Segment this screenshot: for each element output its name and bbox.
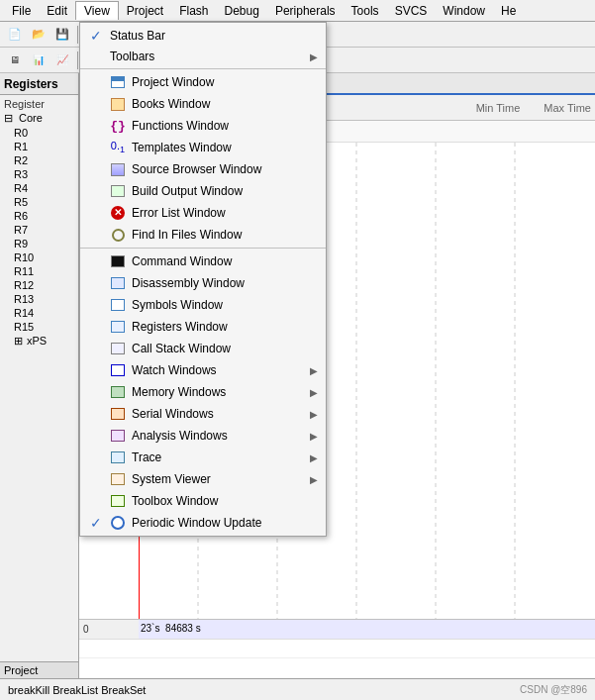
error-list-icon: ✕ (110, 205, 126, 221)
menu-entry-analysis-windows[interactable]: Analysis Windows ▶ (80, 425, 326, 447)
menu-entry-periodic-window-update[interactable]: ✓ Periodic Window Update (80, 512, 326, 534)
reg-r0: R0 (12, 126, 76, 140)
reg-r13: R13 (12, 292, 76, 306)
analysis-windows-label: Analysis Windows (132, 429, 304, 443)
project-tab[interactable]: Project (0, 661, 78, 678)
find-in-files-icon (110, 227, 126, 243)
reg-name-r12: R12 (14, 279, 34, 291)
reg-name-xps: xPS (27, 335, 47, 348)
menu-entry-call-stack-window[interactable]: Call Stack Window (80, 338, 326, 359)
max-time-label: Max Time (544, 102, 591, 114)
tb2-chart[interactable]: 📈 (51, 50, 73, 71)
watch-windows-icon (110, 362, 126, 378)
menu-project[interactable]: Project (119, 2, 171, 20)
toolbox-window-label: Toolbox Window (132, 494, 318, 508)
menu-entry-build-output[interactable]: Build Output Window (80, 180, 326, 202)
reg-name-r13: R13 (14, 293, 34, 305)
reg-r12: R12 (12, 278, 76, 292)
reg-name-r2: R2 (14, 154, 28, 166)
tb2-mem[interactable]: 📊 (28, 50, 50, 71)
reg-name-r3: R3 (14, 168, 28, 180)
tb-open[interactable]: 📂 (28, 24, 50, 46)
menu-entry-functions-window[interactable]: {} Functions Window (80, 115, 326, 137)
core-label: Core (19, 112, 43, 125)
serial-windows-icon (110, 406, 126, 422)
menu-entry-serial-windows[interactable]: Serial Windows ▶ (80, 403, 326, 425)
tb2-cpu[interactable]: 🖥 (4, 50, 26, 71)
books-window-icon (110, 96, 126, 112)
registers-content: Register ⊟ Core R0 R1 R2 R3 R4 R5 R6 R7 … (0, 95, 78, 350)
toolbars-arrow: ▶ (310, 51, 318, 62)
reg-r14: R14 (12, 306, 76, 320)
menu-entry-toolbox-window[interactable]: Toolbox Window (80, 490, 326, 512)
trace-icon (110, 450, 126, 465)
templates-window-icon: 0.1 (110, 140, 126, 155)
menu-entry-find-in-files[interactable]: Find In Files Window (80, 224, 326, 246)
menu-entry-system-viewer[interactable]: System Viewer ▶ (80, 468, 326, 490)
menu-peripherals[interactable]: Peripherals (267, 2, 344, 20)
tb-new[interactable]: 📄 (4, 24, 26, 46)
registers-window-label: Registers Window (132, 320, 318, 334)
command-window-label: Command Window (132, 254, 318, 268)
tree-expand-icon: ⊟ (4, 112, 13, 125)
menu-entry-command-window[interactable]: Command Window (80, 250, 326, 272)
menu-entry-status-bar[interactable]: ✓ Status Bar (80, 25, 326, 47)
menu-tools[interactable]: Tools (344, 2, 387, 20)
menu-entry-watch-windows[interactable]: Watch Windows ▶ (80, 359, 326, 381)
menu-entry-trace[interactable]: Trace ▶ (80, 447, 326, 468)
menu-flash[interactable]: Flash (171, 2, 216, 20)
reg-r5: R5 (12, 195, 76, 209)
menu-entry-source-browser[interactable]: Source Browser Window (80, 158, 326, 180)
menu-view[interactable]: View (75, 1, 119, 20)
timeline-bar: 23`s 84683 s (139, 620, 595, 639)
menu-svcs[interactable]: SVCS (387, 2, 436, 20)
trace-arrow: ▶ (310, 452, 318, 463)
menu-entry-disassembly-window[interactable]: Disassembly Window (80, 272, 326, 294)
toolbar2-sep-1 (77, 51, 78, 69)
menu-entry-registers-window[interactable]: Registers Window (80, 316, 326, 338)
timeline-text: 23`s (139, 621, 161, 636)
menu-entry-toolbars[interactable]: Toolbars ▶ (80, 47, 326, 66)
menu-entry-templates-window[interactable]: 0.1 Templates Window (80, 137, 326, 158)
reg-r15: R15 (12, 320, 76, 334)
reg-name-r1: R1 (14, 141, 28, 152)
menu-entry-symbols-window[interactable]: Symbols Window (80, 294, 326, 316)
menu-file[interactable]: File (4, 2, 39, 20)
system-viewer-icon (110, 471, 126, 487)
menu-entry-project-window[interactable]: Project Window (80, 71, 326, 93)
menu-help[interactable]: He (493, 2, 524, 20)
menu-debug[interactable]: Debug (217, 2, 267, 20)
menu-edit[interactable]: Edit (39, 2, 75, 20)
call-stack-window-label: Call Stack Window (132, 342, 318, 355)
reg-name-r5: R5 (14, 196, 28, 208)
templates-window-label: Templates Window (132, 141, 318, 154)
tb-save[interactable]: 💾 (51, 24, 73, 46)
expand-icon-xps: ⊞ (14, 335, 23, 348)
call-stack-window-icon (110, 341, 126, 356)
source-browser-icon (110, 161, 126, 177)
register-core-row: ⊟ Core (2, 111, 76, 126)
toolbox-window-icon (110, 493, 126, 509)
reg-name-r11: R11 (14, 265, 34, 277)
watch-windows-arrow: ▶ (310, 365, 318, 376)
register-subheader: Register (4, 98, 45, 110)
watch-windows-label: Watch Windows (132, 363, 304, 377)
menu-entry-books-window[interactable]: Books Window (80, 93, 326, 115)
system-viewer-arrow: ▶ (310, 474, 318, 485)
menu-entry-error-list[interactable]: ✕ Error List Window (80, 202, 326, 224)
reg-r6: R6 (12, 209, 76, 223)
periodic-window-update-check: ✓ (88, 515, 104, 531)
system-viewer-label: System Viewer (132, 472, 304, 486)
reg-r11: R11 (12, 264, 76, 278)
register-label-row: Register (2, 97, 76, 111)
analysis-windows-icon (110, 428, 126, 444)
books-window-label: Books Window (132, 97, 318, 111)
menu-entry-memory-windows[interactable]: Memory Windows ▶ (80, 381, 326, 403)
status-bar-label: Status Bar (110, 29, 318, 43)
build-output-label: Build Output Window (132, 184, 318, 198)
menu-bar: File Edit View Project Flash Debug Perip… (0, 0, 595, 22)
analysis-windows-arrow: ▶ (310, 431, 318, 442)
menu-window[interactable]: Window (435, 2, 493, 20)
disassembly-window-label: Disassembly Window (132, 276, 318, 290)
source-browser-label: Source Browser Window (132, 162, 318, 176)
